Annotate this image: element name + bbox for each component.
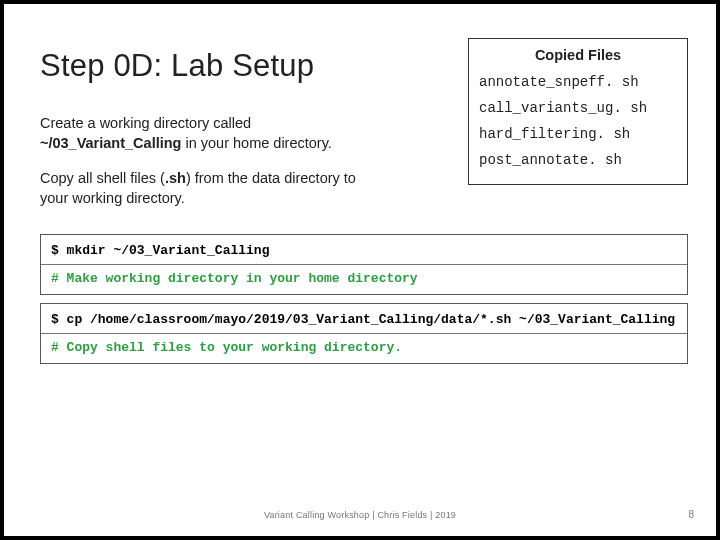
left-column: Step 0D: Lab Setup Create a working dire… bbox=[40, 38, 450, 224]
copied-file-item: call_variants_ug. sh bbox=[479, 96, 677, 122]
code-command: $ mkdir ~/03_Variant_Calling bbox=[41, 235, 687, 264]
slide: Step 0D: Lab Setup Create a working dire… bbox=[4, 4, 716, 536]
code-command: $ cp /home/classroom/mayo/2019/03_Varian… bbox=[41, 304, 687, 333]
copied-files-heading: Copied Files bbox=[479, 47, 677, 64]
copied-file-item: hard_filtering. sh bbox=[479, 122, 677, 148]
code-block-2: $ cp /home/classroom/mayo/2019/03_Varian… bbox=[40, 303, 688, 364]
page-number: 8 bbox=[688, 509, 694, 520]
slide-footer: Variant Calling Workshop | Chris Fields … bbox=[4, 510, 716, 520]
paragraph-2-bold: .sh bbox=[165, 170, 186, 186]
paragraph-1-c: in your home directory. bbox=[181, 135, 331, 151]
slide-title: Step 0D: Lab Setup bbox=[40, 48, 450, 84]
paragraph-1-bold: ~/03_Variant_Calling bbox=[40, 135, 181, 151]
paragraph-2: Copy all shell files (.sh) from the data… bbox=[40, 169, 380, 208]
paragraph-1-a: Create a working directory called bbox=[40, 115, 251, 131]
paragraph-2-a: Copy all shell files ( bbox=[40, 170, 165, 186]
copied-files-box: Copied Files annotate_snpeff. sh call_va… bbox=[468, 38, 688, 185]
copied-file-item: annotate_snpeff. sh bbox=[479, 70, 677, 96]
code-comment: # Make working directory in your home di… bbox=[41, 265, 687, 294]
code-block-1: $ mkdir ~/03_Variant_Calling # Make work… bbox=[40, 234, 688, 295]
paragraph-1: Create a working directory called ~/03_V… bbox=[40, 114, 380, 153]
top-region: Step 0D: Lab Setup Create a working dire… bbox=[40, 38, 688, 224]
copied-file-item: post_annotate. sh bbox=[479, 148, 677, 174]
code-comment: # Copy shell files to your working direc… bbox=[41, 334, 687, 363]
